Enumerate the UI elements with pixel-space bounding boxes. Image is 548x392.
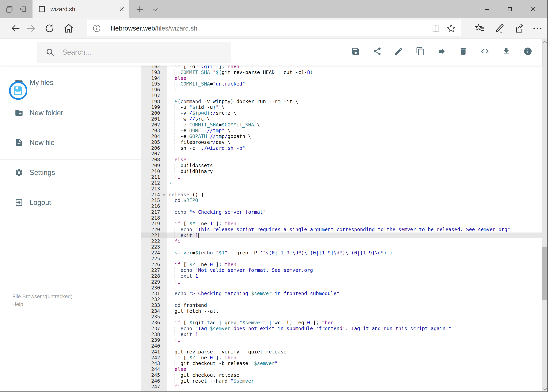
browser-navbar: filebrowser.web/files/wizard.sh bbox=[0, 18, 548, 39]
code-line-215: 215 cd $REPO bbox=[141, 197, 542, 203]
scroll-up-arrow-icon[interactable] bbox=[542, 39, 548, 45]
more-options-icon[interactable] bbox=[531, 21, 544, 35]
code-text: if [ $(git tag | grep "$semver" | wc -l)… bbox=[167, 320, 542, 326]
indent-guide bbox=[174, 273, 175, 279]
sidebar-item-settings[interactable]: Settings bbox=[0, 164, 141, 182]
line-number: 246 bbox=[141, 378, 167, 384]
code-text: fi bbox=[167, 238, 542, 244]
sidebar-footer: File Browser v(untracked) Help bbox=[12, 293, 73, 308]
search-icon bbox=[45, 47, 55, 57]
back-button[interactable] bbox=[9, 21, 22, 35]
code-text: echo "> Checking matching $semver in fro… bbox=[167, 291, 542, 296]
line-number: 234 bbox=[141, 308, 167, 314]
code-line-230: 230 bbox=[141, 285, 542, 291]
line-number: 202 bbox=[141, 122, 167, 128]
fold-arrow-icon[interactable] bbox=[162, 194, 166, 196]
maximize-button[interactable] bbox=[498, 0, 521, 18]
ink-annotate-icon[interactable] bbox=[493, 21, 506, 35]
code-line-213: 213 bbox=[141, 186, 542, 192]
code-text: git rev-parse --verify --quiet release bbox=[167, 349, 542, 355]
favorite-star-icon[interactable] bbox=[446, 23, 456, 34]
help-link[interactable]: Help bbox=[12, 301, 73, 308]
tab-list-chevron-icon[interactable] bbox=[150, 4, 160, 14]
code-line-205: 205 filebrowser/dev \ bbox=[141, 139, 542, 145]
sidebar-item-label: Logout bbox=[29, 198, 51, 207]
line-number: 199 bbox=[141, 104, 167, 110]
code-text: fi bbox=[167, 337, 542, 343]
move-button[interactable] bbox=[437, 47, 446, 56]
code-text: $(command -v winpty) docker run --rm -it… bbox=[167, 99, 542, 105]
set-tabs-aside-icon[interactable] bbox=[19, 5, 27, 13]
forward-button[interactable] bbox=[24, 21, 38, 35]
tab-bar: wizard.sh bbox=[0, 0, 548, 18]
address-bar[interactable]: filebrowser.web/files/wizard.sh bbox=[87, 20, 461, 36]
search-input[interactable] bbox=[62, 48, 231, 56]
line-number: 197 bbox=[141, 93, 167, 99]
line-number: 244 bbox=[141, 366, 167, 372]
search-box[interactable] bbox=[37, 42, 231, 63]
code-text: if [ $? -ne 0 ]; then bbox=[167, 262, 542, 267]
sidebar-item-label: New file bbox=[29, 139, 55, 147]
edit-button[interactable] bbox=[394, 47, 403, 56]
sidebar-item-new-file[interactable]: New file bbox=[0, 134, 141, 152]
tab-close-icon[interactable] bbox=[118, 6, 125, 12]
code-line-195: 195 COMMIT_SHA="untracked" bbox=[141, 81, 542, 87]
info-button[interactable] bbox=[523, 47, 532, 56]
hub-favorites-icon[interactable] bbox=[473, 21, 487, 35]
copy-icon bbox=[416, 47, 425, 56]
save-button[interactable] bbox=[351, 47, 360, 56]
indent-guide bbox=[174, 331, 175, 337]
copy-button[interactable] bbox=[416, 47, 425, 56]
line-number: 192 bbox=[141, 66, 167, 70]
app-version-text: File Browser v(untracked) bbox=[12, 293, 73, 301]
code-line-214: 214release () { bbox=[141, 192, 542, 198]
code-text bbox=[167, 296, 542, 302]
share-page-icon[interactable] bbox=[512, 21, 526, 35]
indent-guide bbox=[174, 133, 175, 139]
code-button[interactable] bbox=[480, 47, 489, 56]
code-text bbox=[167, 314, 542, 320]
page-scrollbar[interactable] bbox=[542, 39, 548, 392]
code-editor[interactable]: 192 if [ -d ".git" ]; then193 COMMIT_SHA… bbox=[141, 66, 542, 392]
delete-icon bbox=[459, 47, 468, 56]
code-line-233: 233 cd frontend bbox=[141, 302, 542, 308]
url-text[interactable]: filebrowser.web/files/wizard.sh bbox=[111, 25, 431, 32]
code-text: -e GOPATH=//tmp/gopath \ bbox=[167, 133, 542, 139]
home-button[interactable] bbox=[62, 21, 76, 35]
code-line-231: 231 echo "> Checking matching $semver in… bbox=[141, 291, 542, 296]
indent-guide bbox=[174, 128, 175, 133]
line-number: 194 bbox=[141, 75, 167, 81]
filebrowser-logo bbox=[9, 81, 28, 100]
code-line-228: 228 exit 1 bbox=[141, 273, 542, 279]
sidebar-item-logout[interactable]: Logout bbox=[0, 194, 141, 211]
code-line-235: 235 bbox=[141, 314, 542, 320]
line-number: 239 bbox=[141, 337, 167, 343]
indent-guide bbox=[174, 378, 175, 384]
code-line-239: 239 fi bbox=[141, 337, 542, 343]
refresh-button[interactable] bbox=[43, 21, 56, 35]
line-number: 215 bbox=[141, 197, 167, 203]
tab-wizard-sh[interactable]: wizard.sh bbox=[33, 0, 129, 18]
code-line-245: 245 git checkout release bbox=[141, 372, 542, 378]
sidebar-item-new-folder[interactable]: New folder bbox=[0, 104, 141, 122]
line-number: 241 bbox=[141, 349, 167, 355]
scrollbar-thumb[interactable] bbox=[542, 247, 548, 301]
code-line-202: 202 -e COMMIT_SHA=$COMMIT_SHA \ bbox=[141, 122, 542, 128]
info-icon bbox=[523, 47, 532, 56]
indent-guide bbox=[174, 232, 175, 238]
tab-preview-icon[interactable] bbox=[5, 5, 14, 13]
share-button[interactable] bbox=[373, 47, 382, 56]
reading-view-icon[interactable] bbox=[431, 23, 441, 34]
close-window-button[interactable] bbox=[521, 0, 544, 18]
sidebar-item-label: Settings bbox=[29, 168, 55, 177]
site-info-icon[interactable] bbox=[92, 24, 101, 33]
line-number: 227 bbox=[141, 267, 167, 273]
line-number: 205 bbox=[141, 139, 167, 145]
new-tab-button[interactable] bbox=[135, 4, 145, 14]
line-number: 232 bbox=[141, 296, 167, 302]
line-number: 229 bbox=[141, 279, 167, 285]
minimize-button[interactable] bbox=[475, 0, 498, 18]
code-text: if [ $# -ne 1 ]; then bbox=[167, 221, 542, 227]
download-button[interactable] bbox=[502, 47, 511, 56]
delete-button[interactable] bbox=[459, 47, 468, 56]
